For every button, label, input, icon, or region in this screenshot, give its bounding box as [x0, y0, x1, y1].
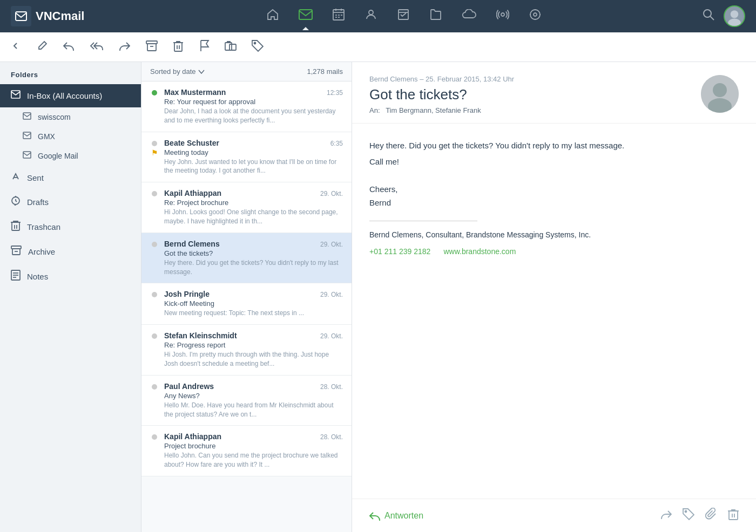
- email-item-3[interactable]: Kapil Athiappan 29. Okt. Re: Project bro…: [141, 182, 352, 233]
- email-status-col: [150, 189, 159, 196]
- email-subject: Got the tickets?: [164, 249, 343, 257]
- flag-toolbar-button[interactable]: [195, 37, 213, 58]
- swisscom-icon: [23, 112, 31, 122]
- nav-broadcast[interactable]: [494, 6, 511, 26]
- reply-button[interactable]: [59, 37, 78, 57]
- reply-all-button[interactable]: [86, 37, 107, 57]
- nav-cloud[interactable]: [460, 7, 479, 25]
- compose-button[interactable]: [33, 37, 51, 57]
- email-content: Stefan Kleinschmidt 29. Okt. Re: Progres…: [164, 331, 343, 369]
- email-time: 12:35: [327, 89, 343, 97]
- folders-header: Folders: [0, 62, 141, 84]
- collapse-sidebar-button[interactable]: [11, 41, 21, 53]
- email-time: 6:35: [330, 140, 343, 147]
- email-preview: Hey there. Did you get the tickets? You …: [164, 258, 343, 277]
- email-item-6[interactable]: Stefan Kleinschmidt 29. Okt. Re: Progres…: [141, 325, 352, 376]
- sidebar-item-inbox[interactable]: In-Box (All Accounts): [0, 84, 141, 107]
- sidebar-trashcan-label: Trashcan: [27, 222, 60, 231]
- signature-divider: [369, 221, 477, 221]
- email-top: Beate Schuster 6:35: [164, 139, 343, 147]
- reading-pane: Bernd Clemens – 25. Februar 2015, 13:42 …: [352, 62, 756, 532]
- email-item-4[interactable]: Bernd Clemens 29. Okt. Got the tickets? …: [141, 233, 352, 284]
- svg-point-25: [728, 19, 740, 28]
- sort-label-text: Sorted by date: [150, 67, 196, 76]
- email-top: Max Mustermann 12:35: [164, 88, 343, 97]
- nav-tasks[interactable]: [395, 6, 412, 26]
- email-sender: Paul Andrews: [164, 382, 214, 391]
- search-button[interactable]: [702, 8, 715, 24]
- svg-rect-32: [225, 43, 232, 50]
- sidebar-item-drafts[interactable]: Drafts: [0, 190, 141, 214]
- sidebar-item-archive[interactable]: Archive: [0, 240, 141, 264]
- attach-footer-button[interactable]: [705, 508, 717, 523]
- svg-line-22: [711, 17, 714, 21]
- move-folder-button[interactable]: [221, 37, 240, 57]
- body-line1: Hey there. Did you get the tickets? You …: [369, 139, 739, 153]
- sort-selector[interactable]: Sorted by date: [150, 67, 205, 76]
- sidebar-item-trashcan[interactable]: Trashcan: [0, 214, 141, 240]
- email-toolbar: [0, 32, 756, 62]
- nav-monitor[interactable]: [526, 6, 544, 26]
- forward-button[interactable]: [116, 37, 134, 57]
- sidebar-item-swisscom[interactable]: swisscom: [0, 107, 141, 127]
- reading-subject: Got the tickets?: [369, 86, 701, 103]
- forward-footer-button[interactable]: [660, 509, 672, 522]
- archive-icon: [11, 245, 22, 258]
- email-list: Max Mustermann 12:35 Re: Your request fo…: [141, 81, 352, 532]
- footer-actions: [660, 508, 739, 523]
- email-content: Beate Schuster 6:35 Meeting today Hey Jo…: [164, 139, 343, 176]
- to-recipients: Tim Bergmann, Stefanie Frank: [386, 106, 481, 114]
- nav-calendar[interactable]: [330, 6, 347, 26]
- email-content: Kapil Athiappan 28. Okt. Project brochur…: [164, 432, 343, 469]
- sidebar-swisscom-label: swisscom: [38, 113, 71, 121]
- svg-rect-36: [23, 113, 31, 119]
- signature-phone[interactable]: +01 211 239 2182: [369, 247, 430, 256]
- delete-toolbar-button[interactable]: [170, 37, 187, 58]
- email-sender: Max Mustermann: [164, 88, 226, 97]
- signature-website[interactable]: www.brandstone.com: [443, 247, 516, 256]
- delete-footer-button[interactable]: [728, 508, 739, 523]
- nav-contacts[interactable]: [362, 6, 380, 26]
- svg-point-56: [685, 511, 687, 513]
- email-content: Bernd Clemens 29. Okt. Got the tickets? …: [164, 240, 343, 277]
- nav-home[interactable]: [264, 6, 281, 26]
- nav-mail[interactable]: [296, 6, 315, 26]
- archive-toolbar-button[interactable]: [143, 37, 161, 57]
- email-status-col: [150, 290, 159, 297]
- svg-point-34: [254, 42, 256, 44]
- email-sender: Kapil Athiappan: [164, 432, 221, 441]
- nav-files[interactable]: [427, 6, 444, 26]
- email-item-8[interactable]: Kapil Athiappan 28. Okt. Project brochur…: [141, 426, 352, 476]
- email-sender: Stefan Kleinschmidt: [164, 331, 237, 340]
- sent-icon: [11, 172, 21, 184]
- email-subject: Kick-off Meeting: [164, 299, 343, 308]
- sidebar-item-gmx[interactable]: GMX: [0, 127, 141, 146]
- inbox-icon: [11, 90, 21, 101]
- read-indicator: [152, 434, 157, 440]
- email-content: Paul Andrews 28. Okt. Any News? Hello Mr…: [164, 382, 343, 419]
- sidebar-item-notes[interactable]: Notes: [0, 264, 141, 289]
- svg-rect-38: [23, 152, 31, 158]
- sidebar-item-google-mail[interactable]: Google Mail: [0, 146, 141, 166]
- email-sender: Kapil Athiappan: [164, 189, 221, 197]
- sidebar-notes-label: Notes: [27, 272, 48, 281]
- svg-rect-0: [16, 12, 26, 21]
- tag-toolbar-button[interactable]: [248, 37, 267, 58]
- body-line4: Bernd: [369, 196, 739, 210]
- email-item-5[interactable]: Josh Pringle 29. Okt. Kick-off Meeting N…: [141, 283, 352, 325]
- email-sender: Bernd Clemens: [164, 240, 220, 248]
- email-item-2[interactable]: ⚑ Beate Schuster 6:35 Meeting today Hey …: [141, 132, 352, 183]
- user-avatar[interactable]: [724, 5, 745, 27]
- email-item-1[interactable]: Max Mustermann 12:35 Re: Your request fo…: [141, 81, 352, 132]
- email-top: Kapil Athiappan 28. Okt.: [164, 432, 343, 441]
- email-top: Paul Andrews 28. Okt.: [164, 382, 343, 391]
- email-top: Josh Pringle 29. Okt.: [164, 290, 343, 298]
- tag-footer-button[interactable]: [683, 508, 694, 523]
- reading-footer: Antworten: [352, 499, 756, 532]
- svg-point-24: [731, 10, 738, 18]
- reply-action-button[interactable]: Antworten: [369, 511, 423, 521]
- svg-point-14: [501, 13, 504, 16]
- sidebar-archive-label: Archive: [28, 247, 55, 256]
- sidebar-item-sent[interactable]: Sent: [0, 166, 141, 190]
- email-item-7[interactable]: Paul Andrews 28. Okt. Any News? Hello Mr…: [141, 376, 352, 426]
